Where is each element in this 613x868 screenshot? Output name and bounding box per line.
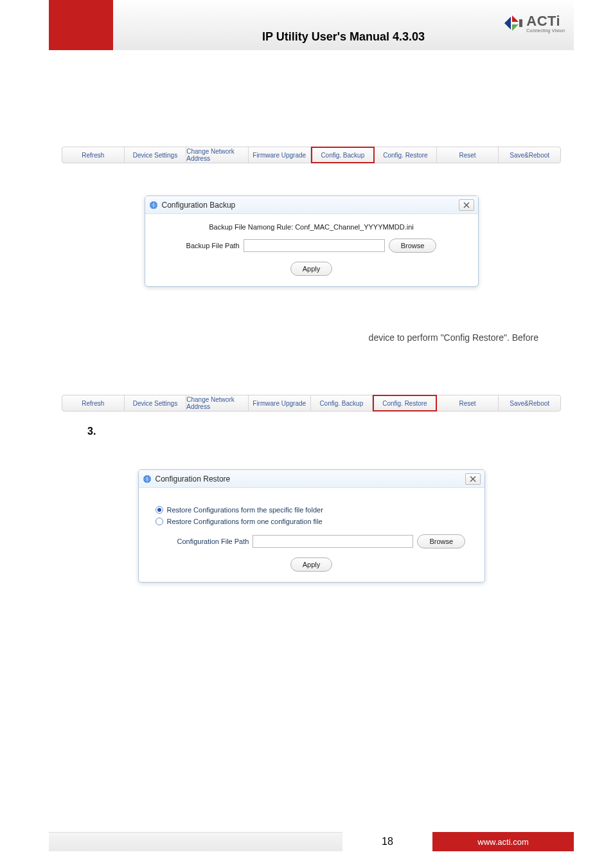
page-title: IP Utility User's Manual 4.3.03 — [262, 30, 425, 44]
restore-desc-text: device to perform "Config Restore". Befo… — [369, 332, 538, 343]
radio-selected-icon — [155, 506, 163, 514]
quote-close: ” — [342, 127, 345, 135]
naming-rule-text: Backup File Namong Rule: Conf_MAC_Channe… — [157, 223, 466, 231]
svg-marker-0 — [504, 17, 511, 30]
q2-close: ” — [342, 375, 344, 383]
toolbar-2: Refresh Device Settings Change Network A… — [62, 395, 561, 411]
refresh-button[interactable]: Refresh — [62, 147, 125, 163]
backup-path-label: Backup File Path — [186, 242, 240, 249]
reset-button-2[interactable]: Reset — [437, 395, 499, 411]
footer: 18 www.acti.com — [49, 832, 574, 851]
close-icon — [463, 202, 470, 208]
close-icon — [470, 476, 476, 482]
svg-marker-1 — [512, 15, 519, 22]
q2-mid: ” — [304, 375, 306, 383]
hidden-quote-1: “ ” — [49, 127, 574, 135]
svg-rect-3 — [519, 19, 522, 27]
config-restore-dialog: Configuration Restore Restore Configurat… — [138, 469, 485, 583]
config-restore-button-2[interactable]: Config. Restore — [373, 395, 437, 411]
radio-one-file[interactable]: Restore Configurations form one configur… — [155, 518, 468, 525]
config-backup-button[interactable]: Config. Backup — [311, 147, 375, 163]
device-settings-button-2[interactable]: Device Settings — [125, 395, 187, 411]
browse-button[interactable]: Browse — [389, 239, 437, 253]
logo: ACTi Connecting Vision — [503, 13, 565, 33]
close-button[interactable] — [459, 199, 474, 211]
step-apostrophe: ’ — [495, 426, 497, 437]
config-path-input[interactable] — [253, 535, 413, 548]
apply-button[interactable]: Apply — [290, 262, 333, 276]
save-reboot-button-2[interactable]: Save&Reboot — [499, 395, 560, 411]
browse-button-2[interactable]: Browse — [417, 534, 465, 548]
footer-left — [49, 832, 342, 851]
firmware-upgrade-button[interactable]: Firmware Upgrade — [249, 147, 311, 163]
config-backup-button-2[interactable]: Config. Backup — [311, 395, 373, 411]
page-number: 18 — [342, 832, 432, 851]
dialog-titlebar: Configuration Backup — [145, 196, 478, 214]
apply-button-2[interactable]: Apply — [290, 557, 333, 572]
globe-icon-2 — [143, 475, 152, 484]
dialog-titlebar-2: Configuration Restore — [139, 470, 484, 488]
step-3-row: 3. ’ — [87, 426, 574, 437]
radio-1-label: Restore Configurations form the specific… — [167, 506, 323, 514]
quote-open: “ — [278, 127, 281, 135]
step-number: 3. — [87, 426, 96, 437]
refresh-button-2[interactable]: Refresh — [62, 395, 125, 411]
radio-specific-folder[interactable]: Restore Configurations form the specific… — [155, 506, 468, 514]
config-backup-dialog: Configuration Backup Backup File Namong … — [145, 195, 479, 287]
firmware-upgrade-button-2[interactable]: Firmware Upgrade — [249, 395, 311, 411]
q2-open: “ — [278, 375, 281, 383]
dialog-title-2: Configuration Restore — [155, 475, 231, 484]
radio-unselected-icon — [155, 518, 163, 525]
dialog-title: Configuration Backup — [162, 201, 236, 210]
close-button-2[interactable] — [465, 473, 481, 485]
left-red-bar — [49, 0, 113, 50]
logo-text: ACTi — [526, 14, 565, 28]
change-network-button-2[interactable]: Change Network Address — [186, 395, 249, 411]
change-network-button[interactable]: Change Network Address — [186, 147, 249, 163]
logo-icon — [503, 13, 524, 33]
save-reboot-button[interactable]: Save&Reboot — [499, 147, 560, 163]
globe-icon — [149, 201, 158, 210]
logo-tagline: Connecting Vision — [526, 28, 565, 33]
backup-path-input[interactable] — [244, 239, 385, 252]
footer-url[interactable]: www.acti.com — [432, 832, 574, 851]
svg-marker-2 — [512, 24, 519, 31]
restore-desc-line: device to perform "Config Restore". Befo… — [49, 332, 574, 343]
radio-2-label: Restore Configurations form one configur… — [167, 518, 323, 525]
content-area: “ ” Refresh Device Settings Change Netwo… — [49, 50, 574, 868]
hidden-quote-2: “ ” ” — [49, 375, 574, 383]
reset-button[interactable]: Reset — [437, 147, 499, 163]
toolbar-1: Refresh Device Settings Change Network A… — [62, 147, 561, 163]
config-path-label: Configuration File Path — [177, 538, 249, 545]
config-restore-button[interactable]: Config. Restore — [375, 147, 437, 163]
device-settings-button[interactable]: Device Settings — [125, 147, 187, 163]
